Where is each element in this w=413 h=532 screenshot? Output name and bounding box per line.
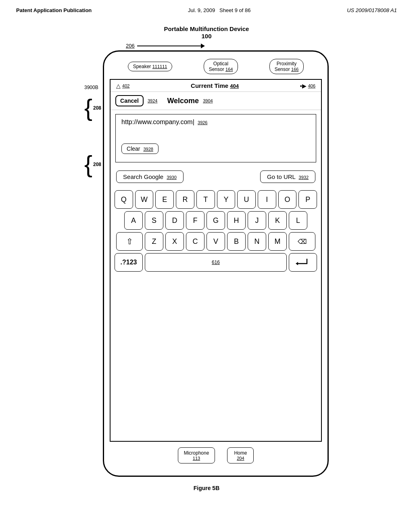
key-X[interactable]: X	[165, 232, 184, 251]
key-L[interactable]: L	[289, 211, 307, 230]
keyboard-row-2: A S D F G H J K L	[115, 211, 317, 230]
key-delete[interactable]: ⌫	[289, 232, 315, 251]
keyboard-row-3: ⇧ Z X C V B N M ⌫	[115, 232, 317, 251]
action-buttons-area: Search Google 3930 Go to URL 3932	[111, 166, 321, 187]
keyboard: Q W E R T Y U I O P A S D F G	[111, 187, 321, 276]
key-return[interactable]	[289, 253, 317, 272]
speaker-component: Speaker 111111	[128, 62, 173, 72]
ref-208-bottom: 208	[93, 162, 101, 167]
key-Z[interactable]: Z	[145, 232, 163, 251]
key-G[interactable]: G	[206, 211, 225, 230]
status-bar: △ 402 Current Time 404 ▪▶ 406	[111, 80, 321, 92]
key-T[interactable]: T	[196, 190, 215, 209]
keyboard-bottom-row: .?123 616	[115, 253, 317, 272]
key-R[interactable]: R	[176, 190, 194, 209]
key-U[interactable]: U	[237, 190, 256, 209]
clear-button[interactable]: Clear 3928	[121, 143, 159, 154]
key-Y[interactable]: Y	[217, 190, 236, 209]
device-number: 100	[0, 33, 413, 39]
ref-208-top: 208	[93, 105, 101, 111]
proximity-sensor-box: Proximity Sensor 166	[269, 59, 304, 74]
device-top-hardware: Speaker 111111 Optical Sensor 164 Proxim…	[104, 52, 327, 79]
status-time: Current Time 404	[191, 82, 239, 89]
goto-url-button[interactable]: Go to URL 3932	[260, 170, 315, 183]
key-I[interactable]: I	[258, 190, 276, 209]
status-left: △ 402	[116, 83, 129, 89]
microphone-button[interactable]: Microphone 113	[178, 447, 215, 463]
welcome-label: Welcome	[167, 97, 199, 105]
key-E[interactable]: E	[155, 190, 174, 209]
key-D[interactable]: D	[165, 211, 184, 230]
ref-3900B-label: 3900B	[84, 85, 101, 90]
date-sheet-label: Jul. 9, 2009 Sheet 9 of 86	[188, 7, 250, 13]
key-M[interactable]: M	[268, 232, 287, 251]
url-bar-area: Cancel 3924 Welcome 3904	[111, 92, 321, 110]
key-W[interactable]: W	[135, 190, 154, 209]
svg-marker-0	[296, 262, 298, 265]
battery-icon: ▪▶	[300, 83, 307, 89]
key-K[interactable]: K	[268, 211, 287, 230]
key-B[interactable]: B	[227, 232, 246, 251]
optical-sensor-component: Optical Sensor 164	[204, 59, 238, 75]
figure-caption: Figure 5B	[0, 485, 413, 491]
key-space[interactable]: 616	[145, 253, 287, 272]
brace-bottom: {	[84, 152, 92, 177]
key-A[interactable]: A	[124, 211, 143, 230]
key-H[interactable]: H	[227, 211, 246, 230]
device-shell: Speaker 111111 Optical Sensor 164 Proxim…	[103, 50, 329, 477]
key-C[interactable]: C	[186, 232, 204, 251]
url-input-area[interactable]: http://www.company.com| 3926 Clear 3928	[115, 114, 316, 162]
patent-number-label: US 2009/0178008 A1	[347, 7, 397, 13]
speaker-box: Speaker 111111	[128, 62, 173, 71]
keyboard-row-1: Q W E R T Y U I O P	[115, 190, 317, 209]
key-S[interactable]: S	[145, 211, 163, 230]
ref-206-label: 206	[126, 43, 135, 49]
key-J[interactable]: J	[248, 211, 266, 230]
optical-sensor-box: Optical Sensor 164	[204, 59, 238, 74]
device-screen: △ 402 Current Time 404 ▪▶ 406 Cancel 392…	[110, 79, 322, 442]
brace-top: {	[84, 96, 92, 120]
search-google-button[interactable]: Search Google 3930	[116, 170, 184, 183]
device-bottom-hardware: Microphone 113 Home 204	[104, 442, 327, 468]
key-shift[interactable]: ⇧	[116, 232, 143, 251]
key-N[interactable]: N	[248, 232, 266, 251]
home-button[interactable]: Home 204	[227, 447, 254, 463]
status-right: ▪▶ 406	[300, 83, 315, 89]
key-P[interactable]: P	[298, 190, 317, 209]
key-Q[interactable]: Q	[115, 190, 133, 209]
publication-label: Patent Application Publication	[16, 7, 92, 13]
key-123[interactable]: .?123	[115, 253, 143, 272]
key-O[interactable]: O	[278, 190, 297, 209]
key-F[interactable]: F	[186, 211, 204, 230]
signal-icon: △	[116, 83, 121, 89]
proximity-sensor-component: Proximity Sensor 166	[269, 59, 304, 75]
device-title: Portable Multifunction Device	[0, 25, 413, 33]
key-V[interactable]: V	[206, 232, 225, 251]
cancel-button[interactable]: Cancel	[115, 95, 144, 106]
url-text-display: http://www.company.com| 3926	[121, 118, 310, 126]
